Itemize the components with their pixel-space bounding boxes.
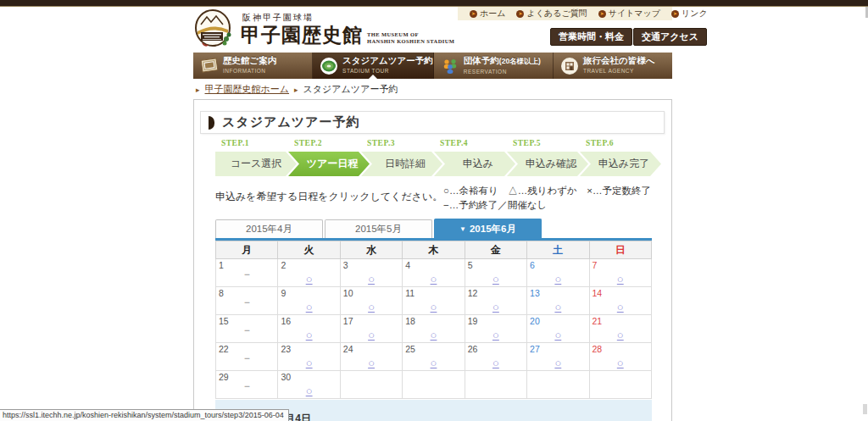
calendar-day-17-link[interactable]: ○ [341, 329, 402, 341]
step-number-label: STEP.4 [440, 139, 515, 149]
calendar-date-number: 2 [281, 260, 286, 270]
calendar-cell-25: 25○ [403, 343, 465, 371]
step-number-label: STEP.6 [586, 139, 661, 149]
nav-tab-label-jp: 歴史館ご案内 [223, 56, 276, 65]
symbol-legend: ○…余裕有り △…残りわずか ×…予定数終了 −…予約終了／開催なし [443, 184, 651, 213]
quick-link-2[interactable]: ➤サイトマップ [598, 8, 660, 19]
calendar-day-7-link[interactable]: ○ [590, 273, 651, 285]
photo-frame-icon [200, 57, 219, 75]
calendar-day-9-link[interactable]: ○ [278, 301, 339, 313]
calendar-day-2-link[interactable]: ○ [278, 273, 339, 285]
calendar-date-number: 4 [405, 260, 410, 270]
month-tab-label: 2015年5月 [355, 223, 402, 235]
month-tab-1[interactable]: 2015年4月 [215, 219, 323, 238]
calendar-date-number: 3 [343, 260, 348, 270]
legend-line-2: −…予約終了／開催なし [443, 198, 651, 213]
nav-tab-label-jp-small: (20名様以上) [499, 57, 541, 65]
calendar-day-27-link[interactable]: ○ [527, 357, 588, 369]
top-brown-bar [0, 0, 868, 7]
month-tab-3[interactable]: ▼2015年6月 [434, 219, 542, 238]
calendar-day-12-link[interactable]: ○ [465, 301, 526, 313]
site-logo-title[interactable]: 甲子園歴史館 [241, 22, 363, 48]
step-arrow: 日時詳細 [361, 152, 442, 176]
step-arrow: 申込み [434, 152, 515, 176]
breadcrumb-home-link[interactable]: 甲子園歴史館ホーム [205, 83, 290, 96]
calendar-day-14-link[interactable]: ○ [590, 301, 651, 313]
step-arrow: 申込み完了 [580, 152, 661, 176]
quick-link-label: サイトマップ [609, 8, 660, 19]
calendar-day-26-link[interactable]: ○ [465, 357, 526, 369]
arrow-circle-icon: ➤ [671, 10, 679, 18]
calendar-cell-27: 27○ [527, 343, 589, 371]
calendar-cell-13: 13○ [527, 287, 589, 315]
calendar-day-20-link[interactable]: ○ [527, 329, 588, 341]
calendar-date-number: 7 [593, 260, 598, 270]
month-tab-label: 2015年4月 [246, 223, 292, 235]
weekday-header-金: 金 [465, 241, 526, 259]
nav-tab-label-jp: 旅行会社の皆様へ [583, 56, 655, 65]
calendar-date-number: 23 [281, 344, 291, 354]
month-tab-2[interactable]: 2015年5月 [325, 219, 432, 238]
calendar-date-number: 26 [468, 344, 478, 354]
step-3: STEP.3日時詳細 [361, 139, 442, 176]
triangle-down-icon: ▼ [459, 225, 466, 233]
nav-tab-travel-agency[interactable]: 旅行会社の皆様へTRAVEL AGENCY [554, 53, 672, 79]
calendar-cell-24: 24○ [340, 343, 402, 371]
arrow-circle-icon: ➤ [470, 10, 477, 18]
header-button-0[interactable]: 営業時間・料金 [550, 28, 632, 46]
nav-tab-text: 歴史館ご案内INFORMATION [223, 56, 276, 75]
calendar-day-23-link[interactable]: ○ [278, 357, 339, 369]
header-button-1[interactable]: 交通アクセス [633, 28, 707, 46]
weekday-header-木: 木 [403, 241, 465, 259]
arrow-circle-icon: ➤ [598, 10, 606, 18]
nav-tab-reservation[interactable]: 団体予約(20名様以上)RESERVATION [434, 53, 554, 79]
nav-tab-text: スタジアムツアー予約STADIUM TOUR [342, 56, 433, 75]
calendar-day-19-link[interactable]: ○ [465, 329, 526, 341]
quick-link-0[interactable]: ➤ホーム [470, 8, 505, 19]
calendar-day-4-link[interactable]: ○ [403, 273, 464, 285]
calendar-day-8-closed: − [216, 296, 277, 308]
breadcrumb-arrow-icon: ▸ [196, 86, 200, 94]
nav-tab-information[interactable]: 歴史館ご案内INFORMATION [193, 53, 313, 79]
nav-tab-label-en: STADIUM TOUR [342, 66, 433, 75]
calendar-date-number: 21 [593, 316, 603, 326]
nav-tab-stadium-tour[interactable]: スタジアムツアー予約STADIUM TOUR [313, 53, 434, 79]
calendar-date-number: 11 [405, 288, 415, 298]
weekday-header-日: 日 [589, 241, 651, 259]
status-url-tooltip: https://ssl1.itechh.ne.jp/koshien-rekish… [0, 409, 289, 421]
calendar-day-10-link[interactable]: ○ [341, 301, 402, 313]
calendar-day-11-link[interactable]: ○ [403, 301, 464, 313]
calendar-day-5-link[interactable]: ○ [465, 273, 526, 285]
calendar-day-24-link[interactable]: ○ [341, 357, 402, 369]
calendar-cell-23: 23○ [278, 343, 340, 371]
breadcrumb-arrow-icon: ▸ [294, 86, 298, 94]
calendar-cell-empty [465, 371, 526, 399]
scrollbar-fragment [863, 404, 867, 414]
calendar-cell-empty [527, 371, 589, 399]
step-arrow: ツアー日程 [288, 152, 370, 176]
nav-tab-label-jp: 団体予約(20名様以上) [464, 56, 541, 66]
calendar-day-21-link[interactable]: ○ [590, 329, 651, 341]
calendar-cell-empty [589, 371, 651, 399]
calendar-day-28-link[interactable]: ○ [590, 357, 651, 369]
calendar-cell-29: 29− [216, 371, 278, 399]
calendar-day-25-link[interactable]: ○ [403, 357, 464, 369]
quick-link-3[interactable]: ➤リンク [671, 8, 708, 19]
calendar-day-1-closed: − [216, 269, 277, 280]
step-5: STEP.5申込み確認 [507, 139, 588, 176]
calendar-cell-6: 6○ [527, 259, 589, 287]
calendar-day-16-link[interactable]: ○ [278, 329, 339, 341]
calendar-day-6-link[interactable]: ○ [527, 273, 588, 285]
calendar-day-13-link[interactable]: ○ [527, 301, 588, 313]
museum-emblem-icon [194, 8, 233, 48]
calendar-day-30-link[interactable]: ○ [278, 385, 339, 397]
calendar-date-number: 16 [281, 316, 291, 326]
calendar-date-number: 28 [593, 344, 603, 354]
calendar-week-row: 1−2○3○4○5○6○7○ [216, 259, 652, 287]
step-arrow: 申込み確認 [507, 152, 588, 176]
calendar-day-18-link[interactable]: ○ [403, 329, 464, 341]
weekday-header-火: 火 [278, 241, 340, 259]
quick-link-1[interactable]: ➤よくあるご質問 [516, 8, 587, 19]
weekday-header-水: 水 [340, 241, 402, 259]
calendar-day-3-link[interactable]: ○ [341, 273, 402, 285]
